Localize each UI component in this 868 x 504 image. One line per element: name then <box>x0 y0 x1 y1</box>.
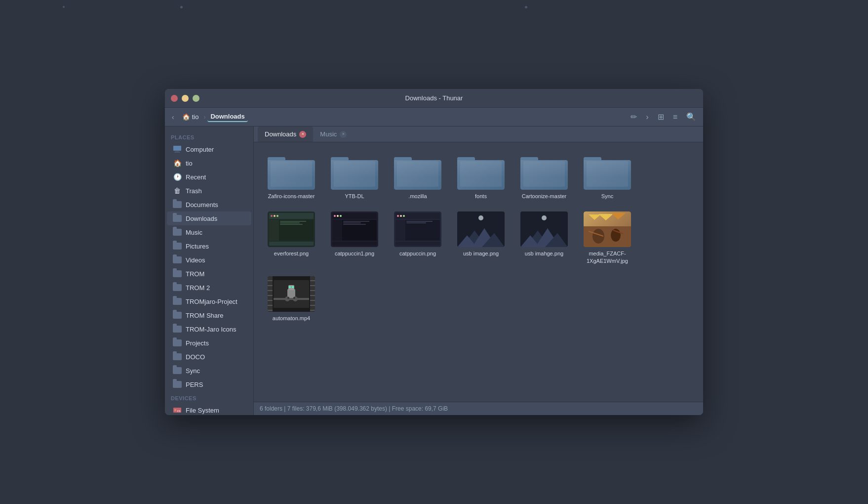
svg-marker-18 <box>589 214 601 220</box>
file-label-media-fzacf: media_FZACF-1XgAE1WmV.jpg <box>582 250 633 264</box>
sidebar-item-trom2[interactable]: TROM 2 <box>167 281 251 294</box>
sidebar-item-label: TROM-Jaro Icons <box>186 326 237 333</box>
breadcrumb-downloads[interactable]: Downloads <box>207 112 247 122</box>
file-grid-container[interactable]: Zafiro-icons-master YTB-DL <box>254 142 703 402</box>
file-item-automaton[interactable]: automaton.mp4 <box>262 272 321 326</box>
sidebar-item-filesystem[interactable]: FS File System <box>167 403 251 415</box>
svg-point-31 <box>293 296 298 301</box>
svg-marker-16 <box>598 214 613 220</box>
tromjaroicons-folder-icon <box>173 325 182 334</box>
sidebar-item-trash[interactable]: 🗑 Trash <box>167 184 251 198</box>
sidebar-item-computer[interactable]: Computer <box>167 142 251 156</box>
pictures-folder-icon <box>173 242 182 251</box>
home-icon: 🏠 <box>173 159 182 168</box>
screenshot-thumbnail-everforest <box>268 211 315 247</box>
svg-rect-2 <box>174 152 180 153</box>
filesystem-icon: FS <box>173 406 182 415</box>
tab-close-downloads[interactable]: × <box>299 131 306 138</box>
file-label-mozilla: .mozilla <box>408 193 427 200</box>
sidebar-item-label: Recent <box>186 173 206 181</box>
screenshot-thumbnail-catppuccin <box>394 211 441 247</box>
file-label-sync-folder: Sync <box>601 193 613 200</box>
sidebar-item-tromjaro-project[interactable]: TROMjaro-Project <box>167 294 251 308</box>
sidebar-item-label: TROMjaro-Project <box>186 298 237 305</box>
sidebar-item-pers[interactable]: PERS <box>167 378 251 391</box>
tab-close-music[interactable]: × <box>340 131 347 138</box>
svg-point-33 <box>293 297 295 299</box>
file-item-ytbdl[interactable]: YTB-DL <box>325 150 384 204</box>
file-item-usb-image[interactable]: usb image.png <box>451 208 511 268</box>
folder-thumbnail-mozilla <box>394 154 441 190</box>
sidebar-item-trom-jaro-icons[interactable]: TROM-Jaro Icons <box>167 322 251 336</box>
status-text: 6 folders | 7 files: 379,6 MiB (398.049.… <box>260 405 448 412</box>
videos-folder-icon <box>173 255 182 264</box>
tab-label: Downloads <box>265 130 296 138</box>
sidebar-item-label: Documents <box>186 201 218 209</box>
titlebar: Downloads - Thunar <box>165 89 703 108</box>
sidebar-item-trom[interactable]: TROM <box>167 267 251 281</box>
video-thumbnail-automaton <box>268 276 315 312</box>
sidebar-item-sync[interactable]: Sync <box>167 364 251 378</box>
sidebar-item-label: TROM Share <box>186 312 224 319</box>
sidebar-item-label: Videos <box>186 256 205 264</box>
back-button[interactable]: ‹ <box>169 111 177 123</box>
maximize-button[interactable] <box>193 95 199 102</box>
svg-point-30 <box>285 296 290 301</box>
tab-label: Music <box>320 130 337 138</box>
icon-view-button[interactable]: ⊞ <box>655 110 667 124</box>
minimize-button[interactable] <box>182 95 189 102</box>
file-item-everforest[interactable]: everforest.png <box>262 208 321 268</box>
file-item-mozilla[interactable]: .mozilla <box>388 150 447 204</box>
sidebar-item-tio[interactable]: 🏠 tio <box>167 156 251 170</box>
svg-rect-24 <box>274 299 309 308</box>
file-label-ytbdl: YTB-DL <box>345 193 364 200</box>
tab-music[interactable]: Music × <box>313 126 354 142</box>
music-folder-icon <box>173 228 182 237</box>
trash-icon: 🗑 <box>173 186 182 195</box>
file-item-cartoonize[interactable]: Cartoonize-master <box>514 150 574 204</box>
trom-folder-icon <box>173 269 182 278</box>
file-label-automaton: automaton.mp4 <box>273 315 310 322</box>
sidebar-item-pictures[interactable]: Pictures <box>167 239 251 253</box>
breadcrumb-home[interactable]: 🏠 tio <box>179 112 202 122</box>
home-icon: 🏠 <box>182 113 190 121</box>
sidebar-item-videos[interactable]: Videos <box>167 253 251 267</box>
close-button[interactable] <box>171 95 178 102</box>
file-label-catppuccin1: catppuccin1.png <box>335 250 374 257</box>
svg-text:FS: FS <box>177 410 181 413</box>
sidebar-item-music[interactable]: Music <box>167 225 251 239</box>
tab-downloads[interactable]: Downloads × <box>258 126 313 142</box>
file-item-zafiro[interactable]: Zafiro-icons-master <box>262 150 321 204</box>
tab-bar: Downloads × Music × <box>254 126 703 142</box>
file-item-catppuccin[interactable]: catppuccin.png <box>388 208 447 268</box>
file-item-media-fzacf[interactable]: media_FZACF-1XgAE1WmV.jpg <box>578 208 637 268</box>
file-item-catppuccin1[interactable]: catppuccin1.png <box>325 208 384 268</box>
sidebar-item-trom-share[interactable]: TROM Share <box>167 308 251 322</box>
file-grid: Zafiro-icons-master YTB-DL <box>262 150 695 326</box>
sidebar-item-downloads[interactable]: Downloads <box>167 211 251 225</box>
trom2-folder-icon <box>173 283 182 292</box>
file-item-usb-imahge[interactable]: usb imahge.png <box>514 208 574 268</box>
breadcrumb-bar: ‹ 🏠 tio › Downloads ✏ › ⊞ ≡ 🔍 <box>165 108 703 126</box>
sidebar-item-label: Sync <box>186 367 200 375</box>
window-title: Downloads - Thunar <box>405 94 463 102</box>
search-button[interactable]: 🔍 <box>683 110 699 124</box>
forward-nav-button[interactable]: › <box>643 111 651 124</box>
list-view-button[interactable]: ≡ <box>670 111 680 124</box>
mountain-thumbnail-usb-image <box>457 211 505 247</box>
sidebar-item-recent[interactable]: 🕐 Recent <box>167 170 251 184</box>
folder-icon <box>173 214 182 223</box>
file-label-usb-image: usb image.png <box>463 250 499 257</box>
svg-rect-0 <box>173 146 181 151</box>
sidebar-item-documents[interactable]: Documents <box>167 198 251 211</box>
sidebar-item-projects[interactable]: Projects <box>167 336 251 350</box>
file-item-sync-folder[interactable]: Sync <box>578 150 637 204</box>
file-label-everforest: everforest.png <box>274 250 309 257</box>
mountain-thumbnail-usb-imahge <box>520 211 568 247</box>
edit-button[interactable]: ✏ <box>628 110 640 124</box>
file-item-fonts[interactable]: fonts <box>451 150 511 204</box>
sidebar-item-doco[interactable]: DOCO <box>167 350 251 364</box>
computer-icon <box>173 145 182 154</box>
breadcrumb-separator: › <box>203 114 205 121</box>
sidebar-item-label: Projects <box>186 339 209 347</box>
